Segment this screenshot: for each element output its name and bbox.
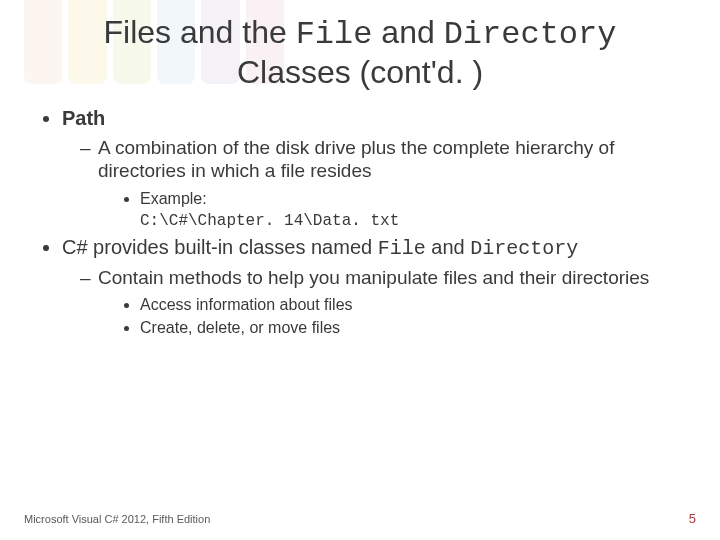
bullet-path-definition-text: A combination of the disk drive plus the… [98,137,614,182]
bullet-builtin-classes: C# provides built-in classes named File … [62,236,690,339]
bullet-path-label: Path [62,107,105,129]
bullet-contain-methods: Contain methods to help you manipulate f… [80,266,690,339]
title-code-file: File [296,16,373,53]
bullet-path-example-code: C:\C#\Chapter. 14\Data. txt [140,212,399,230]
title-mid: and [372,14,443,50]
slide-footer: Microsoft Visual C# 2012, Fifth Edition … [24,511,696,526]
bullet-create-delete-move: Create, delete, or move files [140,318,690,339]
slide-body: Path A combination of the disk drive plu… [0,97,720,339]
bullet-path-definition: A combination of the disk drive plus the… [80,136,690,232]
title-pre: Files and the [104,14,296,50]
slide-title: Files and the File and Directory Classes… [0,0,720,97]
bullet-path-example: Example: C:\C#\Chapter. 14\Data. txt [140,189,690,232]
bullet-builtin-code-directory: Directory [470,237,578,260]
bullet-path-example-label: Example: [140,190,207,207]
bullet-contain-methods-text: Contain methods to help you manipulate f… [98,267,649,288]
bullet-builtin-code-file: File [378,237,426,260]
title-code-directory: Directory [444,16,617,53]
bullet-access-info: Access information about files [140,295,690,316]
footer-page-number: 5 [689,511,696,526]
footer-source: Microsoft Visual C# 2012, Fifth Edition [24,513,210,525]
title-post: Classes (cont'd. ) [237,54,483,90]
bullet-builtin-pre: C# provides built-in classes named [62,236,378,258]
bullet-builtin-mid: and [426,236,470,258]
bullet-path: Path A combination of the disk drive plu… [62,107,690,232]
